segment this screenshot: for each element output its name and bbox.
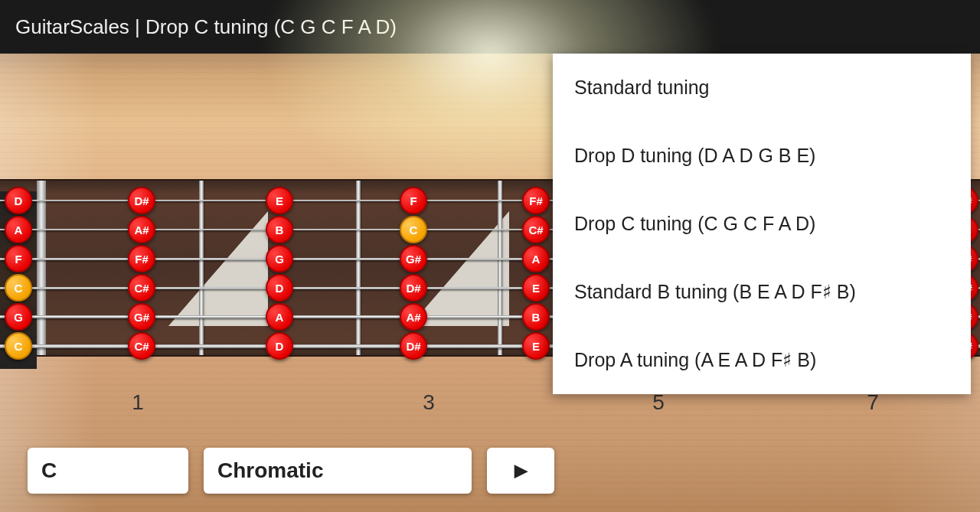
tuning-dropdown[interactable]: Standard tuning Drop D tuning (D A D G B… <box>553 54 971 394</box>
scale-label: Chromatic <box>217 458 323 483</box>
note-marker[interactable]: F# <box>128 245 155 272</box>
note-marker[interactable]: C <box>5 332 32 360</box>
note-marker[interactable]: D <box>266 274 293 302</box>
note-marker[interactable]: G# <box>128 303 155 331</box>
note-marker[interactable]: E <box>522 332 550 360</box>
fret-number: 1 <box>132 390 144 415</box>
tuning-option[interactable]: Drop A tuning (A E A D F♯ B) <box>553 326 971 394</box>
note-marker[interactable]: D# <box>128 187 155 214</box>
tuning-option[interactable]: Standard B tuning (B E A D F♯ B) <box>553 258 971 326</box>
note-marker[interactable]: E <box>266 187 293 214</box>
note-marker[interactable]: G <box>5 303 32 331</box>
note-marker[interactable]: F# <box>522 187 550 214</box>
note-marker[interactable]: B <box>522 303 550 331</box>
note-marker[interactable]: A <box>266 303 293 331</box>
note-marker[interactable]: A# <box>400 303 427 331</box>
fret-number: 3 <box>423 390 435 415</box>
note-marker[interactable]: D <box>266 332 293 360</box>
tuning-option[interactable]: Drop D tuning (D A D G B E) <box>553 122 971 190</box>
root-note-selector[interactable]: C <box>28 448 188 494</box>
note-marker[interactable]: D# <box>400 274 427 302</box>
note-marker[interactable]: A <box>5 216 32 243</box>
note-marker[interactable]: D <box>5 187 32 214</box>
note-marker[interactable]: E <box>522 274 550 302</box>
note-marker[interactable]: A <box>522 245 550 272</box>
note-marker[interactable]: D# <box>400 332 427 360</box>
note-marker[interactable]: B <box>266 216 293 243</box>
scale-selector[interactable]: Chromatic <box>204 448 472 494</box>
root-note-label: C <box>41 458 57 483</box>
tuning-option[interactable]: Drop C tuning (C G C F A D) <box>553 190 971 258</box>
play-button[interactable]: ▶ <box>487 448 554 494</box>
note-marker[interactable]: C# <box>128 332 155 360</box>
play-icon: ▶ <box>514 461 528 481</box>
note-marker[interactable]: C# <box>128 274 155 302</box>
note-marker[interactable]: F <box>400 187 427 214</box>
note-marker[interactable]: G <box>266 245 293 272</box>
note-marker[interactable]: C <box>400 216 427 243</box>
note-marker[interactable]: F <box>5 245 32 272</box>
main-content: DAFCGCD#A#F#C#G#C#EBGDADFCG#D#A#D#F#C#AE… <box>0 54 980 512</box>
note-marker[interactable]: A# <box>128 216 155 243</box>
bottom-controls: C Chromatic ▶ <box>28 448 554 494</box>
tuning-option[interactable]: Standard tuning <box>553 54 971 122</box>
note-marker[interactable]: C# <box>522 216 550 243</box>
note-marker[interactable]: G# <box>400 245 427 272</box>
note-marker[interactable]: C <box>5 274 32 302</box>
